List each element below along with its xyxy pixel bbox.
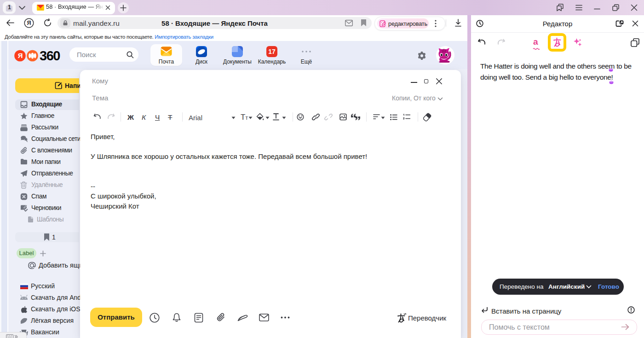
svg-text:R: R [27,20,31,26]
svg-text:R: R [17,52,23,59]
svg-text:360: 360 [40,50,60,62]
svg-text:17: 17 [268,48,276,55]
